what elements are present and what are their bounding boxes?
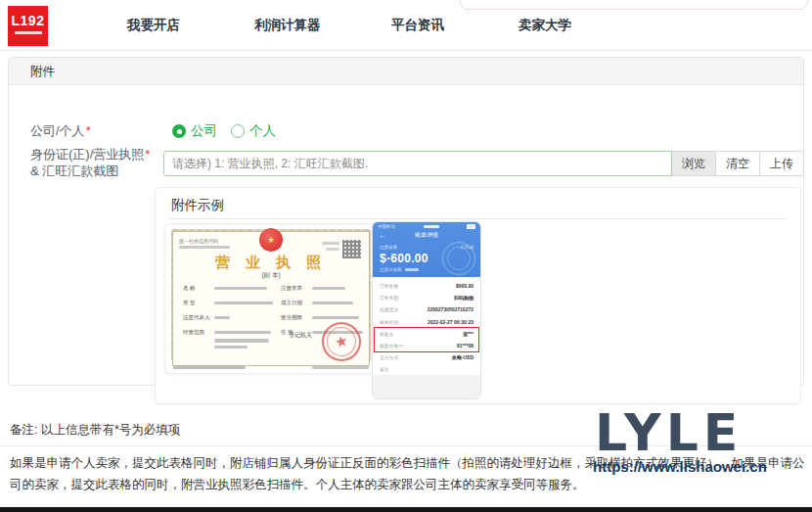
- row-value: 22002730502710272: [428, 306, 474, 312]
- row-value: $600.00: [456, 283, 474, 289]
- required-fields-note: 备注: 以上信息带有*号为必填项: [10, 422, 180, 439]
- row-value: 扫码购物: [454, 295, 474, 301]
- panel-title: 附件: [30, 65, 55, 78]
- row-label: 备注: [380, 366, 389, 372]
- national-emblem-icon: ★: [259, 228, 283, 252]
- row-label: 账单时间: [380, 319, 398, 325]
- attachment-label-line2: & 汇旺汇款截图: [30, 163, 118, 178]
- license-code-text: 统一社会信用代码: [179, 238, 218, 244]
- url-watermark: https://www.lishaowei.cn: [593, 458, 767, 475]
- radio-option-individual-label: 个人: [249, 122, 276, 140]
- registrar-label: 登记机关: [289, 331, 312, 340]
- nav-item-profit-calculator[interactable]: 利润计算器: [254, 17, 321, 34]
- license-code-value-bar: [179, 246, 230, 249]
- field-label: 注册资本: [281, 285, 308, 292]
- brand-logo-tagline: [15, 31, 42, 34]
- circular-watermark-icon: [442, 242, 475, 275]
- field-label: 法定代表人: [183, 314, 210, 321]
- field-label: 类 型: [183, 300, 210, 306]
- amount-label: 交易金额: [380, 245, 397, 250]
- radio-option-company[interactable]: 公司: [172, 122, 217, 140]
- row-value: 余额-USD: [452, 354, 474, 360]
- clock-bar: [424, 225, 439, 228]
- radio-option-company-label: 公司: [191, 122, 217, 140]
- emblem-star: ★: [267, 235, 275, 245]
- panel-header: 附件: [9, 58, 803, 85]
- brand-logo-text: L192: [8, 13, 48, 28]
- required-asterisk: *: [145, 147, 150, 162]
- payment-receipt-example-image: 中国移动 ← 账单详情 交易金额 已完成 $-600.00: [372, 221, 481, 399]
- receipt-row: 备注: [373, 363, 480, 375]
- bottom-dark-bar: [0, 507, 812, 512]
- balance-label: 交易后余额: [380, 267, 402, 272]
- cutoff-panel-edge: [460, 0, 808, 10]
- receipt-body: 订单金额$600.00 订单类型扫码购物 交易流水220027305027102…: [373, 277, 480, 375]
- page: L192 我要开店 利润计算器 平台资讯 卖家大学 附件 公司/个人* 公司: [0, 0, 812, 512]
- clear-button[interactable]: 清空: [716, 151, 760, 176]
- field-label: 成立日期: [281, 300, 308, 306]
- field-value-bar: [312, 302, 353, 305]
- row-label: 支付方式: [380, 354, 398, 360]
- receipt-row: 订单类型扫码购物: [373, 292, 480, 303]
- field-value-bar: [214, 287, 267, 291]
- company-individual-radio-group: 公司 个人: [172, 122, 276, 140]
- license-code-label: 统一社会信用代码: [179, 238, 230, 249]
- top-navigation: L192 我要开店 利润计算器 平台资讯 卖家大学: [0, 0, 812, 51]
- receipt-nav-bar: ← 账单详情: [373, 229, 480, 242]
- required-asterisk: *: [86, 123, 91, 138]
- browse-button[interactable]: 浏览: [672, 151, 716, 176]
- receipt-title: 账单详情: [386, 231, 467, 240]
- seal-star: ★: [334, 332, 350, 351]
- nav-item-open-shop[interactable]: 我要开店: [127, 17, 180, 34]
- receipt-header: 中国移动 ← 账单详情 交易金额 已完成 $-600.00: [373, 222, 480, 277]
- file-select-input[interactable]: [163, 151, 672, 176]
- carrier-label: 中国移动: [378, 224, 395, 229]
- row-value: 2022-02-27 06:30:23: [428, 319, 474, 325]
- radio-selected-icon[interactable]: [172, 124, 186, 138]
- field-value-bar: [312, 287, 345, 291]
- license-footer-text-bar: [173, 366, 246, 370]
- row-label: 交易流水: [380, 306, 398, 312]
- attachment-panel: 附件 公司/个人* 公司 个人 身份证(正)/营业执照* & 汇旺汇款截图: [8, 57, 804, 386]
- field-label: 名 称: [183, 285, 210, 292]
- license-footer-text-bar: [312, 366, 369, 370]
- license-title: 营 业 执 照: [173, 254, 369, 272]
- radio-option-individual[interactable]: 个人: [231, 122, 276, 140]
- field-value-bar: [214, 331, 271, 335]
- attachment-label-line1: 身份证(正)/营业执照: [30, 147, 144, 162]
- upload-button[interactable]: 上传: [760, 151, 804, 176]
- file-input-group: 浏览 清空 上传: [163, 151, 804, 176]
- license-fields-left: 名 称 类 型 法定代表人 经营范围: [183, 285, 273, 351]
- row-label: 订单金额: [380, 283, 398, 289]
- nav-item-platform-news[interactable]: 平台资讯: [391, 17, 444, 34]
- field-value-bar: [214, 302, 273, 305]
- brand-logo[interactable]: L192: [8, 6, 48, 46]
- scope-extra-lines: [214, 339, 273, 349]
- field-value-bar: [214, 339, 269, 343]
- company-individual-label-text: 公司/个人: [30, 123, 85, 138]
- qr-side-text-bar: [322, 242, 339, 245]
- receipt-row: 支付方式余额-USD: [373, 351, 480, 363]
- dotted-divider: [169, 218, 787, 219]
- business-license-example-image: ★ 统一社会信用代码 营 业 执 照 (副 本) 名 称: [164, 223, 378, 374]
- row-label: 订单类型: [380, 295, 398, 301]
- phone-status-bar: 中国移动: [373, 222, 480, 229]
- examples-title: 附件示例: [171, 197, 224, 214]
- nav-item-seller-university[interactable]: 卖家大学: [519, 17, 571, 34]
- license-subtitle: (副 本): [173, 271, 369, 280]
- battery-icon: [467, 224, 475, 229]
- field-value-bar: [214, 316, 230, 320]
- receipt-footer: [373, 375, 480, 399]
- license-paper: ★ 统一社会信用代码 营 业 执 照 (副 本) 名 称: [172, 231, 370, 366]
- back-arrow-icon: ←: [379, 232, 386, 240]
- masked-balance-bar: [405, 268, 419, 271]
- field-value-bar: [214, 346, 248, 349]
- field-value-bar: [312, 316, 359, 320]
- qr-side-text-bar: [326, 248, 339, 251]
- radio-unselected-icon[interactable]: [231, 124, 245, 138]
- panel-body: 公司/个人* 公司 个人 身份证(正)/营业执照* & 汇旺汇款截图 浏览: [9, 85, 803, 386]
- field-label: 经营范围: [183, 329, 210, 336]
- lyle-watermark: LYLE: [595, 403, 743, 462]
- receipt-row: 账单时间2022-02-27 06:30:23: [373, 316, 480, 328]
- receipt-row: 交易流水22002730502710272: [373, 303, 480, 315]
